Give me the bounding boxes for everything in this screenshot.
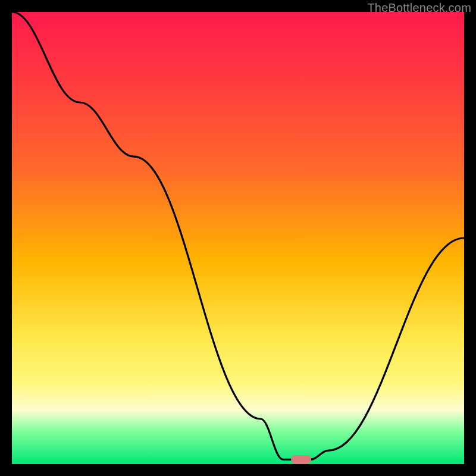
chart-frame: TheBottleneck.com (0, 0, 476, 476)
watermark-text: TheBottleneck.com (367, 1, 471, 15)
optimal-marker (291, 455, 311, 464)
gradient-background (12, 12, 464, 464)
